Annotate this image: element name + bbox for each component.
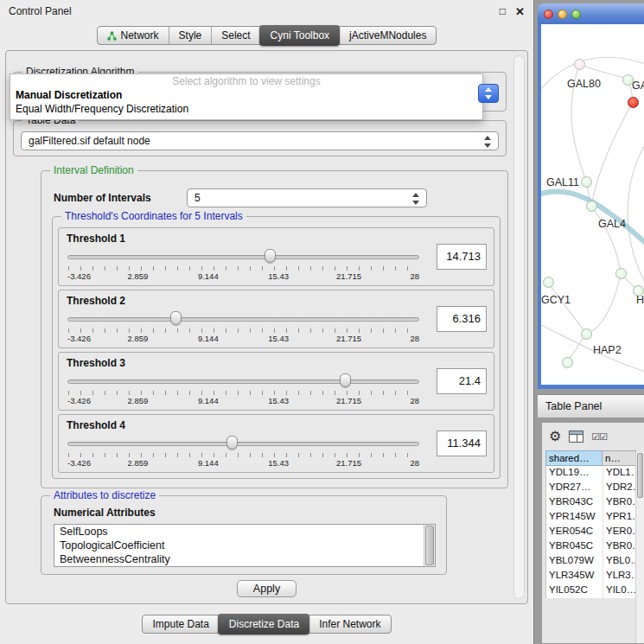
- threshold-value-field[interactable]: 11.344: [437, 430, 487, 456]
- threshold-slider[interactable]: -3.4262.8599.14415.4321.71528: [67, 373, 419, 407]
- table-cell[interactable]: YDL1…: [603, 466, 635, 481]
- columns-icon[interactable]: [569, 430, 583, 443]
- zoom-traffic-light-icon[interactable]: [571, 10, 581, 19]
- table-scrollbar-thumb[interactable]: [637, 453, 643, 498]
- slider-track[interactable]: [67, 379, 419, 384]
- table-row[interactable]: YBR043CYBR0…: [546, 495, 635, 510]
- algorithm-option[interactable]: Manual Discretization: [10, 88, 482, 102]
- tab-discretize-data[interactable]: Discretize Data: [218, 614, 309, 634]
- tab-impute-data[interactable]: Impute Data: [143, 615, 218, 633]
- table-row[interactable]: YLR345WYLR3…: [546, 569, 635, 583]
- table-cell[interactable]: YLR345W: [546, 569, 603, 583]
- table-cell[interactable]: YBR045C: [546, 539, 603, 554]
- apply-button[interactable]: Apply: [237, 580, 296, 597]
- attribute-list-item[interactable]: TopologicalCoefficient: [54, 539, 435, 552]
- table-cell[interactable]: YLR3…: [603, 569, 635, 583]
- slider-thumb[interactable]: [170, 311, 182, 325]
- algorithm-option[interactable]: Equal Width/Frequency Discretization: [10, 102, 482, 116]
- stepper-arrows-icon[interactable]: [411, 193, 419, 205]
- threshold-slider[interactable]: -3.4262.8599.14415.4321.71528: [67, 248, 419, 283]
- table-data-group: Table Data galFiltered.sif default node: [13, 120, 507, 156]
- slider-thumb[interactable]: [226, 436, 238, 450]
- table-cell[interactable]: YBL0…: [603, 554, 635, 569]
- network-node[interactable]: [574, 59, 585, 70]
- tab-label: Style: [179, 29, 202, 41]
- table-cell[interactable]: YIL0…: [603, 583, 635, 598]
- column-header[interactable]: n…: [603, 450, 636, 466]
- slider-thumb[interactable]: [265, 249, 276, 263]
- threshold-value-field[interactable]: 21.4: [437, 368, 487, 394]
- network-node[interactable]: [581, 328, 592, 340]
- table-row[interactable]: YBL079WYBL0…: [546, 554, 635, 569]
- attribute-list-item[interactable]: BetweennessCentrality: [54, 552, 435, 566]
- attribute-list-item[interactable]: SelfLoops: [54, 525, 435, 539]
- tab-infer-network[interactable]: Infer Network: [309, 615, 390, 633]
- slider-track[interactable]: [67, 317, 419, 322]
- table-cell[interactable]: YBR0…: [603, 539, 635, 554]
- table-cell[interactable]: YIL052C: [546, 583, 603, 598]
- slider-ticks: [68, 266, 418, 271]
- table-cell[interactable]: YDR2…: [603, 481, 635, 495]
- table-row[interactable]: YER054CYER0…: [546, 525, 635, 539]
- table-row[interactable]: YDL19…YDL1…: [546, 466, 635, 481]
- table-data-select[interactable]: galFiltered.sif default node: [21, 131, 499, 150]
- network-canvas[interactable]: GAL80GAGAL11GAL4GCY1HHAP2: [541, 24, 644, 385]
- select-columns-icon[interactable]: ☑☑: [591, 431, 607, 443]
- table-cell[interactable]: YDR27…: [546, 481, 603, 495]
- scale-tick-label: 9.144: [198, 334, 219, 343]
- slider-thumb[interactable]: [340, 373, 351, 387]
- node-label: H: [636, 294, 644, 306]
- tab-jactivemnodules[interactable]: jActiveMNodules: [339, 27, 436, 44]
- gear-icon[interactable]: ⚙: [549, 430, 561, 443]
- table-row[interactable]: YPR145WYPR1…: [546, 510, 635, 525]
- slider-track[interactable]: [67, 442, 419, 446]
- table-cell[interactable]: YER054C: [546, 525, 603, 539]
- list-scrollbar[interactable]: [424, 525, 435, 566]
- tab-cyni-toolbox[interactable]: Cyni Toolbox: [259, 25, 340, 46]
- float-window-icon[interactable]: □: [500, 6, 506, 16]
- network-node[interactable]: [615, 268, 627, 279]
- table-cell[interactable]: YPR145W: [546, 510, 603, 525]
- threshold-slider[interactable]: -3.4262.8599.14415.4321.71528: [67, 310, 419, 345]
- network-node[interactable]: [586, 201, 597, 212]
- table-cell[interactable]: YBR043C: [546, 495, 603, 510]
- tab-style[interactable]: Style: [169, 27, 212, 44]
- bottom-tabbar-wrap: Impute DataDiscretize DataInfer Network: [0, 615, 533, 634]
- table-panel-window: ⚙ ☑☑ shared…n… YDL19…YDL1…YDR27…YDR2…YBR…: [541, 422, 644, 644]
- panel-scrollbar[interactable]: [513, 55, 525, 599]
- network-node[interactable]: [562, 357, 573, 368]
- minimize-traffic-light-icon[interactable]: [558, 10, 567, 19]
- slider-track[interactable]: [67, 255, 419, 259]
- thresholds-group-title: Threshold's Coordinates for 5 Intervals: [61, 210, 246, 222]
- list-scrollbar-thumb[interactable]: [425, 526, 434, 565]
- close-traffic-light-icon[interactable]: [544, 10, 553, 19]
- column-header[interactable]: shared…: [545, 450, 603, 466]
- combo-arrows-icon[interactable]: [478, 84, 499, 103]
- interval-definition-group: Interval Definition Number of Intervals …: [41, 170, 508, 488]
- table-cell[interactable]: YPR1…: [603, 510, 635, 525]
- threshold-value-field[interactable]: 6.316: [437, 306, 487, 332]
- close-icon[interactable]: ✕: [515, 6, 525, 17]
- threshold-value-field[interactable]: 14.713: [437, 244, 487, 270]
- table-row[interactable]: YDR27…YDR2…: [546, 481, 635, 495]
- table-panel-title: Table Panel: [545, 400, 602, 412]
- numerical-attributes-list[interactable]: SelfLoopsTopologicalCoefficientBetweenne…: [54, 524, 436, 567]
- table-scrollbar[interactable]: [635, 452, 644, 643]
- number-of-intervals-select[interactable]: 5: [187, 188, 427, 207]
- threshold-block: Threshold 1-3.4262.8599.14415.4321.71528…: [58, 227, 494, 286]
- network-node[interactable]: [628, 97, 639, 108]
- network-node[interactable]: [581, 176, 592, 188]
- table-cell[interactable]: YER0…: [603, 525, 635, 539]
- attributes-group-title: Attributes to discretize: [50, 489, 159, 501]
- stepper-arrows-icon[interactable]: [483, 136, 491, 148]
- tab-select[interactable]: Select: [211, 27, 259, 44]
- tab-network[interactable]: Network: [98, 27, 169, 44]
- table-cell[interactable]: YBR0…: [603, 495, 635, 510]
- network-node[interactable]: [543, 277, 554, 288]
- table-panel-header[interactable]: Table Panel: [538, 394, 644, 418]
- threshold-slider[interactable]: -3.4262.8599.14415.4321.71528: [67, 435, 419, 469]
- table-cell[interactable]: YBL079W: [546, 554, 603, 569]
- table-cell[interactable]: YDL19…: [546, 466, 603, 481]
- table-row[interactable]: YIL052CYIL0…: [546, 583, 635, 598]
- table-row[interactable]: YBR045CYBR0…: [546, 539, 635, 554]
